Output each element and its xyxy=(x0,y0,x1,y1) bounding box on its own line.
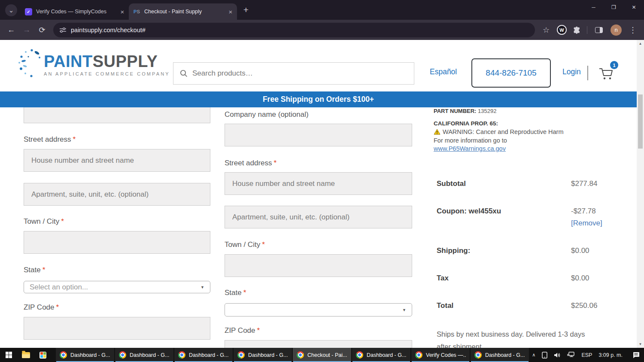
chrome-icon xyxy=(356,351,363,359)
minimize-button[interactable]: ─ xyxy=(583,0,604,15)
close-tab-icon[interactable]: × xyxy=(118,8,126,15)
tab-title: Checkout - Paint Supply xyxy=(144,9,224,15)
folder-icon xyxy=(22,352,30,358)
shipping-zip-input[interactable] xyxy=(225,340,412,348)
scroll-down-icon[interactable]: ▼ xyxy=(637,341,644,348)
simplycodes-favicon-icon: ✓ xyxy=(25,8,32,15)
site-settings-icon[interactable] xyxy=(59,27,67,33)
billing-street-label: Street address* xyxy=(24,135,76,144)
tab-checkout-paint-supply[interactable]: PS Checkout - Paint Supply × xyxy=(129,3,237,20)
prop65-label: CALIFORNIA PROP. 65: xyxy=(434,120,498,127)
billing-state-select[interactable]: Select an option... ▼ xyxy=(24,281,210,293)
shipping-street-input[interactable] xyxy=(225,172,412,195)
total-label: Total xyxy=(437,301,453,310)
tab-search-button[interactable]: ⌄ xyxy=(5,4,17,16)
logo-tagline: AN APPLICATE COMMERCE COMPANY xyxy=(44,71,170,76)
action-center-icon[interactable] xyxy=(632,352,640,359)
free-shipping-banner: Free Shipping on Orders $100+ xyxy=(0,91,637,107)
search-icon xyxy=(180,70,188,77)
taskbar-window-dashboard-5[interactable]: Dashboard - G... xyxy=(352,348,410,362)
shipping-zip-label: ZIP Code* xyxy=(225,326,260,335)
shipping-company-input[interactable] xyxy=(225,124,412,146)
taskbar-window-dashboard-1[interactable]: Dashboard - G... xyxy=(56,348,114,362)
tablet-mode-icon[interactable] xyxy=(542,352,547,359)
scrollbar-thumb[interactable] xyxy=(638,94,643,149)
warning-triangle-icon xyxy=(434,129,440,135)
reload-button[interactable]: ⟳ xyxy=(34,22,50,38)
chrome-icon xyxy=(178,351,185,359)
taskbar-window-dashboard-6[interactable]: Dashboard - G... xyxy=(471,348,529,362)
keyboard-language[interactable]: ESP xyxy=(581,352,592,358)
subtotal-value: $277.84 xyxy=(571,179,597,188)
windows-logo-icon xyxy=(6,352,12,358)
scroll-up-icon[interactable]: ▲ xyxy=(637,40,644,47)
total-value: $250.06 xyxy=(571,301,597,310)
taskbar-window-dashboard-2[interactable]: Dashboard - G... xyxy=(115,348,173,362)
paint-splatter-icon xyxy=(16,47,43,82)
shipping-apartment-input[interactable] xyxy=(225,206,412,228)
taskbar-window-dashboard-4[interactable]: Dashboard - G... xyxy=(234,348,292,362)
chevron-down-icon: ▼ xyxy=(402,308,406,312)
restore-button[interactable]: ❐ xyxy=(604,0,624,15)
windows-taskbar: Dashboard - G... Dashboard - G... Dashbo… xyxy=(0,348,644,362)
system-tray: ∧ ESP 3:09 p. m. xyxy=(532,352,644,359)
close-window-button[interactable]: ✕ xyxy=(624,0,644,15)
taskbar-window-checkout[interactable]: Checkout - Pai... xyxy=(293,348,351,362)
coupon-remove-link[interactable]: [Remove] xyxy=(571,219,602,228)
cart-button[interactable]: 1 xyxy=(598,63,618,81)
volume-icon[interactable] xyxy=(554,352,561,358)
url-text[interactable]: paintsupply.com/checkout# xyxy=(71,27,146,33)
chrome-icon xyxy=(297,351,304,359)
shipping-city-label: Town / City* xyxy=(225,240,265,249)
shipping-city-input[interactable] xyxy=(225,254,412,277)
page-scrollbar[interactable]: ▲ ▼ xyxy=(637,40,644,348)
product-search xyxy=(173,62,414,85)
bookmark-star-icon[interactable]: ☆ xyxy=(538,22,554,38)
taskbar-window-verify-codes[interactable]: Verify Codes —... xyxy=(411,348,470,362)
phone-button[interactable]: 844-826-7105 xyxy=(471,58,551,88)
microsoft-store-button[interactable] xyxy=(34,348,52,362)
paint-supply-logo[interactable]: PAINTSUPPLY AN APPLICATE COMMERCE COMPAN… xyxy=(16,47,170,82)
billing-city-label: Town / City* xyxy=(24,217,64,226)
login-link[interactable]: Login xyxy=(562,67,581,76)
browser-toolbar: ← → ⟳ paintsupply.com/checkout# ☆ W n ⋮ xyxy=(0,20,644,40)
shipping-note: Ships by next business day. Delivered 1-… xyxy=(437,328,600,348)
tax-label: Tax xyxy=(437,274,449,283)
tab-verify-codes[interactable]: ✓ Verify Codes — SimplyCodes × xyxy=(21,3,129,20)
forward-button[interactable]: → xyxy=(19,22,34,38)
shipping-state-select[interactable]: ▼ xyxy=(225,303,412,316)
extensions-puzzle-icon[interactable] xyxy=(572,26,581,34)
address-bar[interactable]: paintsupply.com/checkout# xyxy=(53,23,535,37)
chrome-icon xyxy=(474,351,482,359)
subtotal-label: Subtotal xyxy=(437,179,466,188)
chevron-down-icon: ▼ xyxy=(200,285,204,289)
billing-state-label: State* xyxy=(24,266,45,274)
billing-previous-field-input[interactable] xyxy=(24,107,210,123)
profile-avatar[interactable]: n xyxy=(611,24,622,36)
new-tab-button[interactable]: + xyxy=(240,3,252,16)
wappalyzer-extension-icon[interactable]: W xyxy=(557,25,567,35)
tax-value: $0.00 xyxy=(571,274,589,283)
billing-street-input[interactable] xyxy=(24,149,210,172)
billing-zip-input[interactable] xyxy=(24,317,210,340)
prop65-more-info: For more information go to xyxy=(434,137,507,144)
search-input[interactable] xyxy=(192,69,407,78)
toolbar-divider xyxy=(587,26,587,34)
network-icon[interactable] xyxy=(567,352,575,358)
shipping-total-label: Shipping: xyxy=(437,246,470,255)
language-link[interactable]: Español xyxy=(430,67,457,76)
back-button[interactable]: ← xyxy=(3,22,19,38)
browser-menu-icon[interactable]: ⋮ xyxy=(625,22,641,38)
file-explorer-button[interactable] xyxy=(17,348,34,362)
hidden-icons-chevron-icon[interactable]: ∧ xyxy=(532,352,535,358)
taskbar-window-dashboard-3[interactable]: Dashboard - G... xyxy=(174,348,233,362)
billing-apartment-input[interactable] xyxy=(24,183,210,206)
billing-city-input[interactable] xyxy=(24,231,210,254)
logo-text-paint: PAINT xyxy=(44,52,93,70)
side-panel-icon[interactable] xyxy=(595,27,603,33)
prop65-link[interactable]: www.P65Warnings.ca.gov xyxy=(434,145,506,152)
clock[interactable]: 3:09 p. m. xyxy=(598,352,623,358)
coupon-value: -$27.78 xyxy=(571,207,596,216)
close-tab-icon[interactable]: × xyxy=(227,8,234,15)
start-button[interactable] xyxy=(0,348,17,362)
